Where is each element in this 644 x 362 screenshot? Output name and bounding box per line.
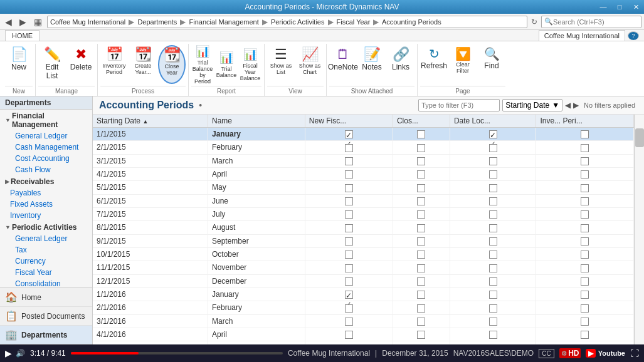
search-input[interactable] — [553, 18, 638, 26]
filter-dropdown[interactable]: Starting Date ▼ — [502, 99, 562, 111]
page-title: Accounting Periods — [99, 100, 194, 111]
sidebar-item-cash-flow[interactable]: Cash Flow — [0, 164, 92, 175]
sidebar-item-fixed-assets[interactable]: Fixed Assets — [0, 199, 92, 210]
new-button[interactable]: 📄 New — [5, 45, 33, 84]
table-row[interactable]: 12/1/2015December — [93, 274, 634, 287]
table-row[interactable]: 10/1/2015October — [93, 247, 634, 261]
clear-filter-icon: 🔽 — [455, 48, 471, 60]
youtube-logo[interactable]: ▶ Youtube — [586, 349, 625, 358]
ribbon-group-manage: ✏️ Edit List ✖ Delete Manage — [36, 44, 98, 96]
trial-balance-icon: 📊 — [219, 51, 233, 65]
cell-name: March — [208, 314, 305, 328]
sidebar-item-general-ledger[interactable]: General Ledger — [0, 130, 92, 142]
forward-button[interactable]: ▶ — [17, 16, 29, 28]
trial-balance-period-button[interactable]: 📊 Trial Balance by Period — [191, 45, 214, 84]
sidebar-item-cost-accounting[interactable]: Cost Accounting — [0, 153, 92, 164]
scrollbar-area[interactable] — [634, 115, 644, 344]
sidebar-item-cash-management[interactable]: Cash Management — [0, 142, 92, 153]
minimize-button[interactable]: — — [595, 0, 611, 14]
close-year-button[interactable]: 📆 Close Year — [158, 45, 186, 84]
cell-new-fiscal — [305, 261, 393, 274]
sidebar-nav-home[interactable]: 🏠 Home — [0, 288, 92, 307]
cell-date-locked — [450, 261, 536, 274]
play-button[interactable]: ▶ — [5, 348, 12, 358]
date-status: | — [375, 349, 377, 358]
sidebar-nav: 🏠 Home 📋 Posted Documents 🏢 Departments — [0, 287, 92, 344]
table-row[interactable]: 9/1/2015September — [93, 234, 634, 247]
table-row[interactable]: 4/1/2015April — [93, 167, 634, 180]
receivables-header[interactable]: ▶ Receivables — [0, 175, 92, 187]
table-row[interactable]: 11/1/2015November — [93, 261, 634, 274]
delete-button[interactable]: ✖ Delete — [67, 45, 95, 84]
table-row[interactable]: 3/1/2015March — [93, 154, 634, 167]
inventory-period-button[interactable]: 📅 Inventory Period — [100, 45, 128, 84]
show-as-list-button[interactable]: ☰ Show as List — [267, 45, 295, 84]
clear-filter-label: Clear Filter — [451, 61, 475, 74]
inventory-period-icon: 📅 — [106, 48, 123, 61]
periodic-activities-header[interactable]: ▼ Periodic Activities — [0, 221, 92, 233]
refresh-nav-button[interactable]: ↻ — [530, 16, 539, 28]
col-starting-date[interactable]: Starting Date ▲ — [93, 115, 208, 128]
financial-management-header[interactable]: ▼ Financial Management — [0, 110, 92, 130]
table-row[interactable]: 5/1/2016May — [93, 341, 634, 344]
ribbon-group-view: ☰ Show as List 📈 Show as Chart View — [265, 44, 327, 96]
sidebar-item-pa-general-ledger[interactable]: General Ledger — [0, 233, 92, 244]
trial-balance-button[interactable]: 📊 Trial Balance — [215, 45, 238, 84]
show-as-list-icon: ☰ — [275, 48, 287, 61]
find-button[interactable]: 🔍 Find — [478, 45, 505, 84]
cell-name: April — [208, 328, 305, 341]
fullscreen-button[interactable]: ⛶ — [630, 348, 639, 358]
sidebar-item-tax[interactable]: Tax — [0, 244, 92, 256]
progress-bar[interactable] — [71, 352, 283, 354]
cell-name: March — [208, 154, 305, 167]
table-row[interactable]: 2/1/2015February — [93, 141, 634, 154]
cc-button[interactable]: CC — [539, 349, 554, 358]
back-button[interactable]: ◀ — [3, 16, 14, 28]
table-row[interactable]: 4/1/2016April — [93, 328, 634, 341]
sidebar-item-fiscal-year[interactable]: Fiscal Year — [0, 267, 92, 278]
home-tab[interactable]: HOME — [5, 30, 40, 41]
table-row[interactable]: 5/1/2015May — [93, 181, 634, 194]
cell-starting-date: 11/1/2015 — [93, 261, 208, 274]
fiscal-year-balance-button[interactable]: 📊 Fiscal Year Balance — [239, 45, 261, 84]
scrollbar-thumb[interactable] — [635, 128, 644, 147]
sidebar-nav-departments[interactable]: 🏢 Departments — [0, 326, 92, 344]
filter-arrow-btn[interactable]: ◀ — [565, 101, 571, 110]
table-row[interactable]: 1/1/2016January✓ — [93, 287, 634, 301]
cell-inv-period — [536, 341, 634, 344]
sidebar-item-currency[interactable]: Currency — [0, 256, 92, 267]
show-as-chart-button[interactable]: 📈 Show as Chart — [296, 45, 324, 84]
table-row[interactable]: 7/1/2015July — [93, 207, 634, 220]
volume-button[interactable]: 🔊 — [16, 349, 25, 358]
trial-balance-label: Trial Balance — [216, 66, 237, 78]
cell-date-locked — [450, 274, 536, 287]
search-box[interactable]: 🔍 — [541, 16, 641, 28]
table-row[interactable]: 8/1/2015August — [93, 221, 634, 234]
maximize-button[interactable]: □ — [611, 0, 628, 14]
sidebar-item-inventory[interactable]: Inventory — [0, 210, 92, 221]
close-button[interactable]: ✕ — [628, 0, 644, 14]
table-row[interactable]: 2/1/2016February — [93, 301, 634, 314]
help-icon[interactable]: ? — [628, 31, 639, 40]
departments-header[interactable]: Departments — [0, 96, 92, 110]
show-as-chart-label: Show as Chart — [298, 63, 322, 75]
sidebar-nav-posted-documents[interactable]: 📋 Posted Documents — [0, 307, 92, 326]
sidebar-item-consolidation[interactable]: Consolidation — [0, 278, 92, 287]
sidebar-item-payables[interactable]: Payables — [0, 187, 92, 199]
onenote-button[interactable]: 🗒 OneNote — [329, 45, 357, 84]
refresh-button[interactable]: ↻ Refresh — [420, 45, 448, 84]
table-row[interactable]: 1/1/2015January✓✓ — [93, 128, 634, 141]
edit-list-button[interactable]: ✏️ Edit List — [38, 45, 66, 84]
links-button[interactable]: 🔗 Links — [387, 45, 414, 84]
table-row[interactable]: 3/1/2016March — [93, 314, 634, 328]
table-row[interactable]: 6/1/2015June — [93, 194, 634, 207]
collapse-rec-icon: ▶ — [5, 178, 9, 185]
notes-button[interactable]: 📝 Notes — [358, 45, 386, 84]
clear-filter-button[interactable]: 🔽 Clear Filter — [449, 45, 477, 84]
menu-icon[interactable]: ▦ — [31, 16, 45, 28]
create-year-button[interactable]: 📆 Create Year... — [129, 45, 157, 84]
filter-arrow-btn2[interactable]: ▶ — [573, 101, 579, 110]
departments-nav-icon: 🏢 — [5, 329, 18, 341]
filter-input[interactable] — [418, 99, 500, 111]
cell-starting-date: 5/1/2015 — [93, 181, 208, 194]
